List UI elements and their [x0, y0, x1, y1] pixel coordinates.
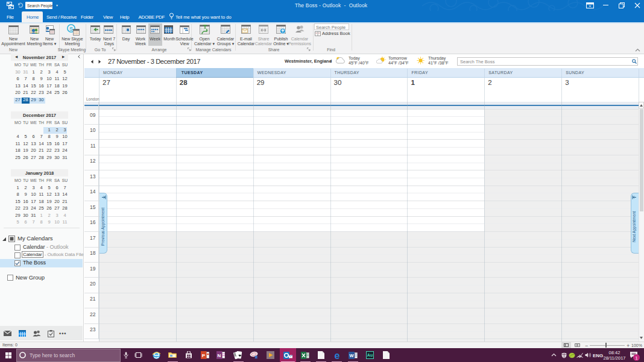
svg-text:Au: Au [367, 353, 373, 357]
svg-text:P: P [202, 353, 206, 358]
svg-text:W: W [349, 353, 354, 358]
svg-text:N: N [218, 353, 221, 358]
svg-text:e: e [335, 351, 340, 360]
svg-text:S: S [69, 26, 73, 32]
